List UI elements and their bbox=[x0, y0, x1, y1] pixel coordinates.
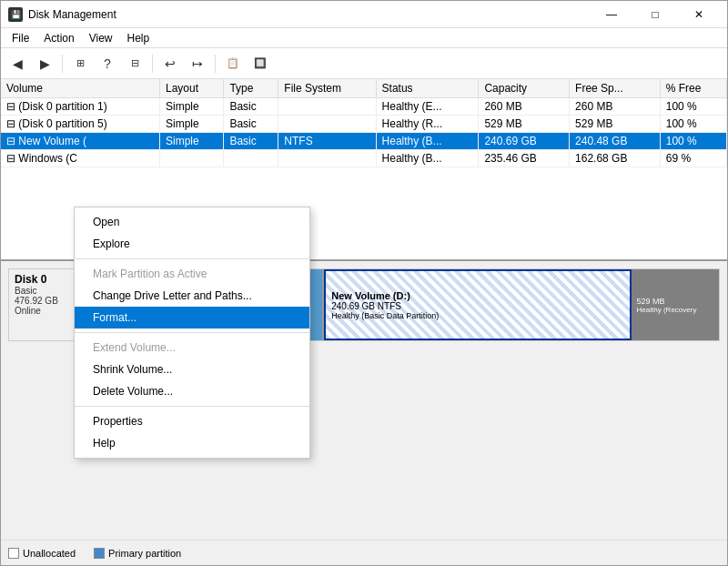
col-layout: Layout bbox=[160, 79, 224, 98]
window-controls: — □ ✕ bbox=[591, 4, 720, 25]
menu-action[interactable]: Action bbox=[36, 30, 81, 46]
minimize-button[interactable]: — bbox=[591, 4, 632, 25]
cell-type bbox=[224, 150, 278, 167]
cell-capacity: 235.46 GB bbox=[479, 150, 570, 167]
cell-fs bbox=[278, 98, 376, 116]
back-button[interactable]: ◀ bbox=[5, 52, 30, 76]
partition-status: Healthy (Recovery bbox=[637, 306, 713, 314]
cell-free: 162.68 GB bbox=[570, 150, 661, 167]
cell-capacity: 529 MB bbox=[479, 116, 570, 133]
refresh-button[interactable]: ↦ bbox=[185, 52, 210, 76]
toolbar-sep-3 bbox=[215, 55, 216, 73]
menu-bar: File Action View Help bbox=[1, 28, 727, 48]
partition-status: Healthy (Basic Data Partition) bbox=[331, 311, 623, 320]
table-row[interactable]: ⊟ New Volume ( Simple Basic NTFS Healthy… bbox=[1, 133, 727, 150]
cell-status: Healthy (B... bbox=[376, 150, 479, 167]
title-bar: 💾 Disk Management — □ ✕ bbox=[1, 1, 727, 28]
col-free: Free Sp... bbox=[570, 79, 661, 98]
cell-volume: ⊟ (Disk 0 partition 5) bbox=[1, 116, 160, 133]
menu-help[interactable]: Help bbox=[120, 30, 157, 46]
ctx-mark-active: Mark Partition as Active bbox=[75, 263, 309, 285]
ctx-delete[interactable]: Delete Volume... bbox=[75, 380, 309, 402]
cell-type: Basic bbox=[224, 133, 278, 150]
table-header-row: Volume Layout Type File System Status Ca… bbox=[1, 79, 727, 98]
primary-label: Primary partition bbox=[108, 548, 181, 559]
unallocated-color-box bbox=[8, 548, 19, 559]
cell-free: 240.48 GB bbox=[570, 133, 661, 150]
close-button[interactable]: ✕ bbox=[678, 4, 720, 25]
cell-capacity: 260 MB bbox=[479, 98, 570, 116]
cell-fs bbox=[278, 116, 376, 133]
toolbar: ◀ ▶ ⊞ ? ⊟ ↩ ↦ 📋 🔲 bbox=[1, 48, 727, 79]
cell-fs: NTFS bbox=[278, 133, 376, 150]
ctx-shrink[interactable]: Shrink Volume... bbox=[75, 359, 309, 380]
toolbar-sep-2 bbox=[152, 55, 153, 73]
unallocated-label: Unallocated bbox=[23, 548, 76, 559]
cell-fs bbox=[278, 150, 376, 167]
partition-name: New Volume (D:) bbox=[331, 290, 623, 301]
status-bar: Unallocated Primary partition bbox=[1, 540, 727, 565]
cell-status: Healthy (E... bbox=[376, 98, 479, 116]
volume-table: Volume Layout Type File System Status Ca… bbox=[1, 79, 727, 167]
col-pct: % Free bbox=[660, 79, 726, 98]
cell-layout bbox=[160, 150, 224, 167]
partition-d[interactable]: New Volume (D:) 240.69 GB NTFS Healthy (… bbox=[324, 269, 631, 340]
cell-pct: 100 % bbox=[660, 116, 726, 133]
main-content: Volume Layout Type File System Status Ca… bbox=[1, 79, 727, 540]
forward-button[interactable]: ▶ bbox=[32, 52, 57, 76]
toolbar-sep-1 bbox=[62, 55, 63, 73]
cell-type: Basic bbox=[224, 116, 278, 133]
cell-volume: ⊟ New Volume ( bbox=[1, 133, 160, 150]
primary-color-box bbox=[94, 548, 105, 559]
partition-recovery[interactable]: 529 MB Healthy (Recovery bbox=[632, 269, 719, 340]
ctx-properties[interactable]: Properties bbox=[75, 410, 309, 432]
ctx-extend: Extend Volume... bbox=[75, 337, 309, 359]
cell-type: Basic bbox=[224, 98, 278, 116]
col-status: Status bbox=[376, 79, 479, 98]
cell-status: Healthy (R... bbox=[376, 116, 479, 133]
cell-layout: Simple bbox=[160, 133, 224, 150]
ctx-sep-1 bbox=[75, 258, 309, 259]
cell-layout: Simple bbox=[160, 116, 224, 133]
cell-free: 529 MB bbox=[570, 116, 661, 133]
maximize-button[interactable]: □ bbox=[634, 4, 676, 25]
cell-volume: ⊟ Windows (C bbox=[1, 150, 160, 167]
ctx-format[interactable]: Format... bbox=[75, 307, 309, 328]
ctx-help[interactable]: Help bbox=[75, 432, 309, 454]
col-type: Type bbox=[224, 79, 278, 98]
cell-layout: Simple bbox=[160, 98, 224, 116]
window-title: Disk Management bbox=[28, 8, 591, 21]
show-all-button[interactable]: ⊞ bbox=[67, 52, 93, 76]
undo-button[interactable]: ↩ bbox=[157, 52, 183, 76]
legend-unallocated: Unallocated bbox=[8, 548, 76, 559]
table-row[interactable]: ⊟ Windows (C Healthy (B... 235.46 GB 162… bbox=[1, 150, 727, 167]
table-row[interactable]: ⊟ (Disk 0 partition 5) Simple Basic Heal… bbox=[1, 116, 727, 133]
cell-status: Healthy (B... bbox=[376, 133, 479, 150]
menu-view[interactable]: View bbox=[82, 30, 120, 46]
help-toolbar-button[interactable]: ? bbox=[95, 52, 120, 76]
ctx-sep-3 bbox=[75, 406, 309, 407]
ctx-change-drive-letter[interactable]: Change Drive Letter and Paths... bbox=[75, 285, 309, 307]
cell-pct: 69 % bbox=[660, 150, 726, 167]
ctx-open[interactable]: Open bbox=[75, 211, 309, 233]
ctx-sep-2 bbox=[75, 332, 309, 333]
col-volume: Volume bbox=[1, 79, 160, 98]
cell-free: 260 MB bbox=[570, 98, 661, 116]
col-capacity: Capacity bbox=[479, 79, 570, 98]
menu-file[interactable]: File bbox=[5, 30, 36, 46]
context-menu: Open Explore Mark Partition as Active Ch… bbox=[74, 207, 310, 459]
ctx-explore[interactable]: Explore bbox=[75, 233, 309, 255]
properties-button[interactable]: ⊟ bbox=[122, 52, 147, 76]
main-window: 💾 Disk Management — □ ✕ File Action View… bbox=[0, 0, 728, 566]
app-icon: 💾 bbox=[8, 7, 23, 22]
col-filesystem: File System bbox=[278, 79, 376, 98]
partition-size: 529 MB bbox=[637, 297, 713, 306]
cell-pct: 100 % bbox=[660, 133, 726, 150]
cell-pct: 100 % bbox=[660, 98, 726, 116]
legend-primary: Primary partition bbox=[94, 548, 181, 559]
table-row[interactable]: ⊟ (Disk 0 partition 1) Simple Basic Heal… bbox=[1, 98, 727, 116]
drive-button[interactable]: 📋 bbox=[220, 52, 246, 76]
partition-fs: 240.69 GB NTFS bbox=[331, 301, 623, 311]
cell-capacity: 240.69 GB bbox=[479, 133, 570, 150]
disk-button[interactable]: 🔲 bbox=[248, 52, 273, 76]
